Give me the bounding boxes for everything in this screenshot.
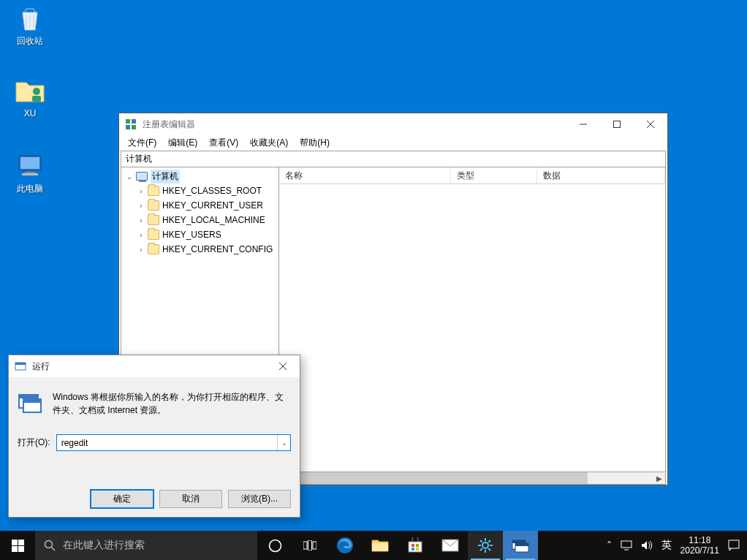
minimize-button[interactable] bbox=[566, 113, 600, 135]
tree-label: HKEY_CURRENT_USER bbox=[162, 200, 263, 211]
svg-rect-9 bbox=[132, 125, 136, 129]
browse-button[interactable]: 浏览(B)... bbox=[228, 490, 291, 508]
svg-rect-50 bbox=[512, 540, 526, 543]
start-button[interactable] bbox=[0, 531, 35, 560]
svg-rect-7 bbox=[132, 119, 136, 124]
run-input[interactable] bbox=[57, 435, 277, 450]
desktop-icon-user-folder[interactable]: XU bbox=[4, 76, 56, 118]
svg-rect-22 bbox=[12, 540, 18, 545]
tree-item[interactable]: ›HKEY_CURRENT_USER bbox=[121, 198, 278, 213]
col-name[interactable]: 名称 bbox=[279, 167, 451, 183]
run-combobox[interactable]: ⌄ bbox=[56, 434, 291, 451]
tree-label: HKEY_LOCAL_MACHINE bbox=[162, 215, 265, 225]
chevron-right-icon[interactable]: › bbox=[137, 202, 145, 210]
taskbar-app-explorer[interactable] bbox=[363, 531, 398, 560]
search-icon bbox=[44, 540, 56, 551]
desktop-icon-this-pc[interactable]: 此电脑 bbox=[4, 151, 56, 195]
run-icon bbox=[15, 360, 26, 372]
svg-line-48 bbox=[488, 540, 490, 542]
col-data[interactable]: 数据 bbox=[537, 167, 665, 183]
tree-label: HKEY_CLASSES_ROOT bbox=[162, 186, 262, 196]
tray-ime[interactable]: 英 bbox=[661, 539, 672, 552]
list-header: 名称 类型 数据 bbox=[279, 167, 665, 184]
tray-volume-icon[interactable] bbox=[641, 540, 653, 550]
taskbar-search[interactable]: 在此键入进行搜索 bbox=[35, 531, 257, 560]
chevron-right-icon[interactable]: › bbox=[137, 231, 145, 239]
tree-item[interactable]: ›HKEY_CLASSES_ROOT bbox=[121, 183, 278, 198]
cancel-button[interactable]: 取消 bbox=[159, 490, 222, 508]
run-app-icon bbox=[18, 390, 42, 417]
chevron-down-icon[interactable]: ⌄ bbox=[126, 173, 133, 181]
regedit-title: 注册表编辑器 bbox=[143, 118, 566, 131]
taskbar-app-edge[interactable] bbox=[327, 531, 363, 560]
scroll-right-icon[interactable]: ▶ bbox=[653, 472, 665, 484]
taskbar-app-store[interactable] bbox=[398, 531, 433, 560]
search-placeholder: 在此键入进行搜索 bbox=[63, 539, 145, 552]
svg-rect-8 bbox=[126, 125, 130, 129]
folder-icon bbox=[148, 200, 159, 211]
tree-item[interactable]: ›HKEY_CURRENT_CONFIG bbox=[121, 242, 278, 257]
run-open-label: 打开(O): bbox=[18, 436, 50, 449]
tray-chevron-up-icon[interactable]: ˄ bbox=[607, 540, 612, 551]
svg-point-26 bbox=[45, 541, 53, 548]
svg-rect-36 bbox=[416, 544, 419, 547]
svg-rect-33 bbox=[372, 543, 388, 551]
tray-clock[interactable]: 11:18 2020/7/11 bbox=[680, 535, 719, 556]
maximize-button[interactable] bbox=[600, 113, 634, 135]
task-view-button[interactable] bbox=[292, 531, 327, 560]
menu-view[interactable]: 查看(V) bbox=[203, 135, 244, 151]
close-button[interactable] bbox=[266, 355, 300, 377]
svg-rect-37 bbox=[412, 548, 414, 550]
svg-rect-35 bbox=[412, 544, 414, 547]
svg-line-47 bbox=[480, 548, 482, 550]
menu-edit[interactable]: 编辑(E) bbox=[162, 135, 203, 151]
svg-rect-6 bbox=[126, 119, 130, 124]
chevron-down-icon[interactable]: ⌄ bbox=[277, 435, 290, 450]
run-titlebar[interactable]: 运行 bbox=[9, 355, 300, 377]
scrollbar-thumb[interactable] bbox=[281, 472, 588, 484]
svg-rect-1 bbox=[32, 96, 41, 102]
folder-icon bbox=[148, 230, 159, 240]
tray-monitor-icon[interactable] bbox=[621, 540, 632, 550]
desktop-icon-recycle-bin[interactable]: 回收站 bbox=[4, 3, 56, 48]
tree-label: 计算机 bbox=[151, 170, 180, 183]
tree-item[interactable]: ›HKEY_USERS bbox=[121, 227, 278, 242]
ok-button[interactable]: 确定 bbox=[91, 490, 153, 508]
chevron-right-icon[interactable]: › bbox=[137, 187, 145, 195]
taskbar-app-settings[interactable] bbox=[468, 531, 503, 560]
taskbar-app-mail[interactable] bbox=[433, 531, 468, 560]
svg-rect-5 bbox=[22, 173, 38, 175]
taskbar-app-run[interactable] bbox=[503, 531, 538, 560]
svg-rect-4 bbox=[25, 172, 35, 173]
icon-label: 此电脑 bbox=[4, 183, 56, 195]
cortana-button[interactable] bbox=[257, 531, 292, 560]
svg-rect-29 bbox=[303, 542, 307, 549]
svg-rect-25 bbox=[18, 546, 24, 552]
svg-rect-30 bbox=[308, 540, 312, 550]
svg-rect-11 bbox=[614, 121, 621, 128]
menu-favorites[interactable]: 收藏夹(A) bbox=[244, 135, 294, 151]
chevron-right-icon[interactable]: › bbox=[137, 246, 145, 254]
svg-rect-24 bbox=[12, 546, 18, 552]
this-pc-icon bbox=[15, 151, 45, 181]
svg-rect-21 bbox=[23, 399, 41, 403]
regedit-titlebar[interactable]: 注册表编辑器 bbox=[119, 113, 667, 135]
regedit-menubar: 文件(F) 编辑(E) 查看(V) 收藏夹(A) 帮助(H) bbox=[119, 135, 667, 151]
tray-date: 2020/7/11 bbox=[680, 545, 719, 556]
taskbar: 在此键入进行搜索 ˄ 英 11:18 2020/7/11 bbox=[0, 531, 747, 560]
menu-help[interactable]: 帮助(H) bbox=[294, 135, 335, 151]
svg-rect-15 bbox=[15, 363, 26, 365]
regedit-address-bar[interactable]: 计算机 bbox=[121, 151, 666, 167]
tree-root[interactable]: ⌄ 计算机 bbox=[121, 169, 278, 183]
recycle-bin-icon bbox=[15, 3, 45, 34]
svg-rect-38 bbox=[416, 548, 419, 550]
close-button[interactable] bbox=[634, 113, 667, 135]
action-center-icon[interactable] bbox=[728, 540, 740, 551]
tree-item[interactable]: ›HKEY_LOCAL_MACHINE bbox=[121, 213, 278, 227]
chevron-right-icon[interactable]: › bbox=[137, 216, 145, 224]
menu-file[interactable]: 文件(F) bbox=[122, 135, 162, 151]
col-type[interactable]: 类型 bbox=[451, 167, 537, 183]
computer-icon bbox=[136, 172, 148, 181]
regedit-icon bbox=[125, 118, 137, 130]
regedit-list[interactable]: 名称 类型 数据 bbox=[279, 167, 666, 472]
